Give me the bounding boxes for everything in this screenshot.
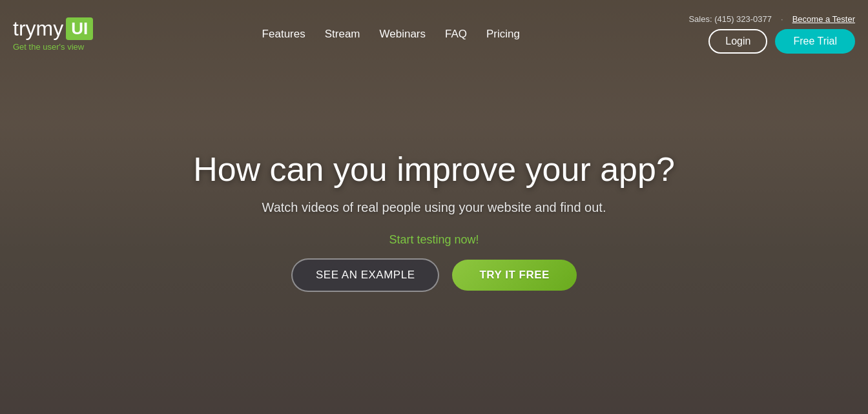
nav-faq[interactable]: FAQ [445,28,467,41]
sales-bar: Sales: (415) 323-0377 · Become a Tester [688,14,855,24]
nav-stream[interactable]: Stream [325,28,360,41]
nav-pricing[interactable]: Pricing [486,28,520,41]
login-button[interactable]: Login [708,29,767,54]
hero-headline: How can you improve your app? [143,150,725,189]
logo-area: trymyUI Get the user's view [13,17,93,52]
main-nav: Features Stream Webinars FAQ Pricing [262,28,520,41]
divider: · [781,14,783,24]
hero-subtext: Watch videos of real people using your w… [143,200,725,215]
nav-webinars[interactable]: Webinars [380,28,426,41]
become-tester-link[interactable]: Become a Tester [792,14,855,24]
logo[interactable]: trymyUI [13,17,93,41]
header: trymyUI Get the user's view Features Str… [0,0,868,68]
logo-tagline: Get the user's view [13,42,84,52]
nav-features[interactable]: Features [262,28,305,41]
sales-text: Sales: (415) 323-0377 [688,14,772,24]
top-right: Sales: (415) 323-0377 · Become a Tester … [688,14,855,54]
nav-buttons: Login Free Trial [708,29,855,54]
hero-content: How can you improve your app? Watch vide… [143,150,725,293]
see-example-button[interactable]: SEE AN EXAMPLE [291,258,439,292]
free-trial-button[interactable]: Free Trial [775,29,855,54]
try-it-free-button[interactable]: TRY IT FREE [452,260,576,291]
hero-buttons: SEE AN EXAMPLE TRY IT FREE [143,258,725,292]
hero-cta-label: Start testing now! [143,233,725,247]
